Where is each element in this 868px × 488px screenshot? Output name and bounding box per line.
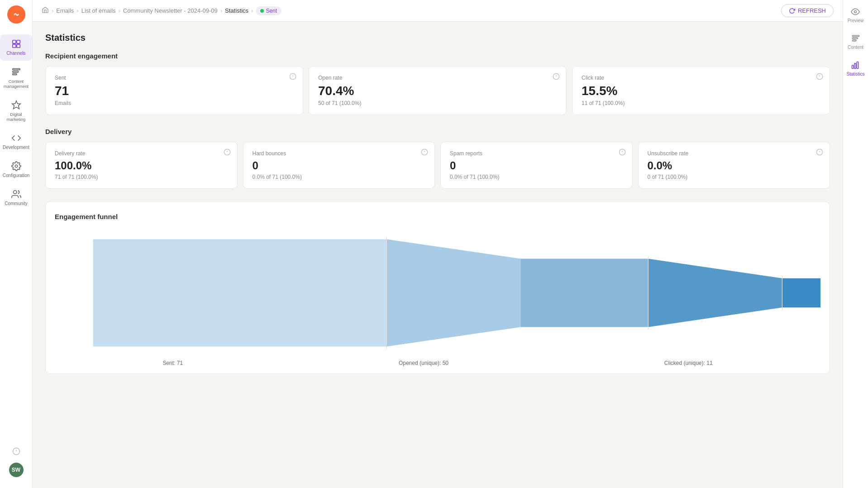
engagement-funnel-section: Engagement funnel	[45, 201, 830, 374]
breadcrumb-sep-2: ›	[76, 7, 78, 14]
right-panel-preview-label: Preview	[848, 18, 864, 23]
configuration-icon	[11, 161, 21, 171]
delivery-rate-label: Delivery rate	[55, 150, 228, 157]
sidebar-item-content-management[interactable]: Content management	[0, 62, 32, 94]
recipient-engagement-cards: Sent 71 Emails Open rate 70.4% 50 of 71 …	[45, 66, 830, 115]
statistics-icon	[851, 61, 860, 70]
right-panel: Preview Content Statistics	[843, 0, 868, 488]
svg-point-2	[17, 14, 19, 15]
svg-point-36	[854, 11, 857, 13]
funnel-transition-1	[386, 239, 520, 347]
right-panel-statistics[interactable]: Statistics	[846, 61, 864, 77]
community-icon	[11, 189, 21, 199]
refresh-button[interactable]: REFRESH	[781, 4, 834, 17]
sent-card-sub: Emails	[55, 100, 294, 106]
svg-rect-7	[12, 69, 20, 70]
click-rate-label: Click rate	[582, 75, 820, 81]
breadcrumb-home[interactable]	[42, 6, 49, 15]
app-logo[interactable]	[7, 5, 25, 24]
sidebar-item-digital-marketing-label: Digital marketing	[3, 112, 29, 122]
svg-rect-41	[854, 63, 856, 69]
breadcrumb-sep-3: ›	[119, 7, 120, 14]
main-content: › Emails › List of emails › Community Ne…	[33, 0, 843, 488]
sent-info-icon[interactable]	[289, 73, 296, 82]
open-rate-label: Open rate	[318, 75, 557, 81]
info-button[interactable]	[12, 447, 20, 457]
spam-reports-sub: 0.0% of 71 (100.0%)	[450, 174, 623, 180]
funnel-chart	[55, 230, 820, 356]
right-panel-content-label: Content	[848, 45, 863, 50]
unsubscribe-rate-card: Unsubscribe rate 0.0% 0 of 71 (100.0%)	[638, 142, 830, 189]
breadcrumb: › Emails › List of emails › Community Ne…	[42, 6, 281, 15]
svg-rect-39	[852, 40, 856, 41]
content-management-icon	[11, 67, 21, 77]
channels-icon	[11, 39, 21, 49]
svg-rect-4	[16, 40, 19, 43]
funnel-label-clicked: Clicked (unique): 11	[664, 360, 713, 366]
svg-point-1	[14, 14, 15, 15]
spam-reports-card: Spam reports 0 0.0% of 71 (100.0%)	[440, 142, 633, 189]
right-panel-content[interactable]: Content	[848, 34, 863, 50]
sidebar-navigation: Channels Content management Digital mark…	[0, 34, 32, 447]
right-panel-preview[interactable]: Preview	[848, 7, 864, 23]
click-rate-info-icon[interactable]	[816, 73, 823, 82]
sidebar-item-configuration[interactable]: Configuration	[0, 157, 32, 183]
engagement-funnel-title: Engagement funnel	[55, 213, 820, 220]
page-title: Statistics	[45, 33, 830, 43]
svg-rect-38	[852, 38, 858, 39]
sidebar-item-digital-marketing[interactable]: Digital marketing	[0, 96, 32, 127]
unsubscribe-rate-sub: 0 of 71 (100.0%)	[648, 174, 821, 180]
funnel-labels: Sent: 71 Opened (unique): 50 Clicked (un…	[55, 360, 820, 366]
svg-rect-8	[12, 71, 18, 72]
sidebar-bottom: SW	[9, 447, 24, 483]
breadcrumb-newsletter[interactable]: Community Newsletter - 2024-09-09	[123, 7, 218, 14]
refresh-label: REFRESH	[798, 7, 826, 14]
user-avatar[interactable]: SW	[9, 463, 24, 477]
funnel-svg	[55, 230, 820, 356]
right-panel-statistics-label: Statistics	[846, 72, 864, 77]
page-content: Statistics Recipient engagement Sent 71 …	[33, 22, 843, 488]
sidebar-item-configuration-label: Configuration	[3, 173, 29, 178]
svg-rect-3	[12, 40, 15, 43]
sent-dot	[260, 9, 264, 13]
breadcrumb-sep-1: ›	[52, 7, 53, 14]
click-rate-sub: 11 of 71 (100.0%)	[582, 100, 820, 106]
delivery-rate-card: Delivery rate 100.0% 71 of 71 (100.0%)	[45, 142, 238, 189]
sidebar-item-channels[interactable]: Channels	[0, 34, 32, 61]
hard-bounces-value: 0	[253, 160, 426, 171]
delivery-cards: Delivery rate 100.0% 71 of 71 (100.0%) H…	[45, 142, 830, 189]
delivery-rate-value: 100.0%	[55, 160, 228, 171]
preview-icon	[851, 7, 860, 16]
click-rate-card: Click rate 15.5% 11 of 71 (100.0%)	[572, 66, 830, 115]
sent-card-label: Sent	[55, 75, 294, 81]
unsubscribe-rate-value: 0.0%	[648, 160, 821, 171]
svg-rect-37	[852, 35, 859, 37]
sidebar-item-development[interactable]: Development	[0, 129, 32, 155]
delivery-rate-info-icon[interactable]	[224, 148, 231, 158]
development-icon	[11, 133, 21, 143]
funnel-label-opened: Opened (unique): 50	[399, 360, 448, 366]
svg-rect-6	[16, 44, 19, 48]
delivery-rate-sub: 71 of 71 (100.0%)	[55, 174, 228, 180]
svg-rect-9	[12, 74, 16, 75]
sidebar-item-community[interactable]: Community	[0, 185, 32, 211]
breadcrumb-bar: › Emails › List of emails › Community Ne…	[33, 0, 843, 22]
breadcrumb-sep-5: ›	[251, 7, 253, 14]
sidebar-item-development-label: Development	[3, 145, 29, 150]
recipient-engagement-title: Recipient engagement	[45, 52, 830, 60]
spam-reports-value: 0	[450, 160, 623, 171]
open-rate-card: Open rate 70.4% 50 of 71 (100.0%)	[309, 66, 567, 115]
open-rate-info-icon[interactable]	[553, 73, 560, 82]
funnel-transition-2	[648, 259, 782, 327]
funnel-sent-block	[93, 239, 387, 347]
click-rate-value: 15.5%	[582, 85, 820, 97]
unsubscribe-rate-info-icon[interactable]	[816, 148, 823, 158]
open-rate-value: 70.4%	[318, 85, 557, 97]
breadcrumb-statistics: Statistics	[225, 7, 248, 14]
spam-reports-label: Spam reports	[450, 150, 623, 157]
breadcrumb-list-of-emails[interactable]: List of emails	[81, 7, 116, 14]
hard-bounces-info-icon[interactable]	[421, 148, 428, 158]
breadcrumb-emails[interactable]: Emails	[56, 7, 74, 14]
spam-reports-info-icon[interactable]	[619, 148, 626, 158]
refresh-icon	[789, 8, 795, 14]
